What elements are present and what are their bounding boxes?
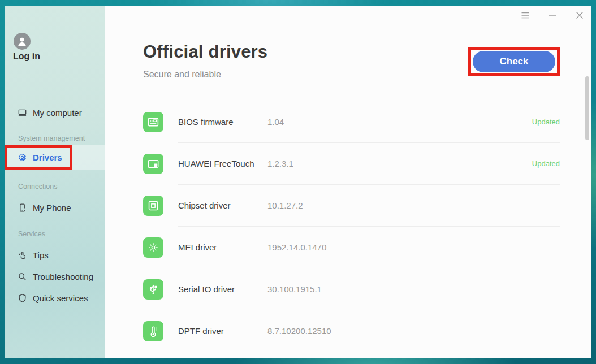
driver-row[interactable]: DPTF driver 8.7.10200.12510 (143, 310, 560, 352)
tips-icon (18, 250, 27, 260)
sidebar-section-system-management: System management (18, 135, 85, 144)
touchpad-icon (143, 154, 163, 174)
computer-icon (18, 108, 27, 118)
chipset-icon (143, 196, 163, 216)
app-window: Log in My computer System management Dri… (5, 6, 591, 358)
driver-list: BIOS firmware 1.04 Updated HUAWEI FreeTo… (143, 101, 560, 352)
window-controls (521, 11, 584, 20)
sidebar-item-label: My computer (33, 108, 82, 118)
sidebar-item-tips[interactable]: Tips (5, 245, 105, 265)
sidebar-item-label: Drivers (33, 153, 62, 162)
thermometer-icon (143, 321, 163, 341)
sidebar-section-connections: Connections (18, 183, 58, 192)
driver-name: Serial IO driver (178, 284, 267, 294)
driver-name: Chipset driver (178, 201, 267, 210)
driver-row[interactable]: Serial IO driver 30.100.1915.1 (143, 268, 560, 310)
driver-row[interactable]: MEI driver 1952.14.0.1470 (143, 227, 560, 268)
sidebar-item-label: Tips (33, 250, 49, 260)
driver-name: MEI driver (178, 242, 267, 252)
user-icon (16, 36, 28, 47)
driver-version: 10.1.27.2 (267, 201, 303, 210)
sidebar-item-troubleshooting[interactable]: Troubleshooting (5, 266, 105, 287)
driver-status: Updated (532, 159, 560, 168)
check-button[interactable]: Check (473, 51, 555, 72)
mei-icon (143, 237, 163, 258)
magnifier-icon (18, 272, 27, 281)
driver-row[interactable]: Chipset driver 10.1.27.2 (143, 185, 560, 227)
driver-row[interactable]: BIOS firmware 1.04 Updated (143, 101, 560, 143)
driver-version: 1.04 (267, 117, 284, 127)
menu-icon[interactable] (521, 11, 530, 20)
annotation-box-check: Check (468, 47, 560, 76)
scrollbar-thumb[interactable] (585, 76, 589, 140)
usb-icon (143, 279, 163, 300)
sidebar-item-my-phone[interactable]: My Phone (5, 197, 105, 218)
chip-icon (18, 153, 27, 162)
sidebar-item-label: My Phone (33, 203, 71, 213)
driver-version: 8.7.10200.12510 (267, 326, 331, 336)
login-button[interactable]: Log in (13, 51, 40, 62)
driver-name: DPTF driver (178, 326, 267, 336)
driver-version: 1.2.3.1 (267, 159, 293, 168)
phone-icon (18, 203, 27, 213)
driver-name: BIOS firmware (178, 117, 267, 127)
sidebar-item-label: Quick services (33, 293, 88, 303)
page-subtitle: Secure and reliable (143, 70, 221, 80)
sidebar: Log in My computer System management Dri… (5, 6, 105, 358)
sidebar-section-services: Services (18, 230, 45, 239)
sidebar-item-label: Troubleshooting (33, 272, 93, 281)
driver-row[interactable]: HUAWEI FreeTouch 1.2.3.1 Updated (143, 143, 560, 185)
sidebar-item-drivers[interactable]: Drivers (5, 145, 105, 170)
sidebar-item-my-computer[interactable]: My computer (5, 102, 105, 123)
bios-icon (143, 112, 163, 132)
driver-status: Updated (532, 118, 560, 126)
avatar[interactable] (14, 33, 31, 50)
page-title: Official drivers (143, 42, 267, 62)
driver-name: HUAWEI FreeTouch (178, 159, 267, 168)
sidebar-item-quick-services[interactable]: Quick services (5, 288, 105, 308)
main-content: Official drivers Secure and reliable Che… (105, 6, 591, 358)
shield-icon (18, 293, 27, 303)
close-icon[interactable] (575, 11, 584, 20)
minimize-icon[interactable] (548, 11, 557, 20)
driver-version: 30.100.1915.1 (267, 284, 322, 294)
driver-version: 1952.14.0.1470 (267, 242, 326, 252)
